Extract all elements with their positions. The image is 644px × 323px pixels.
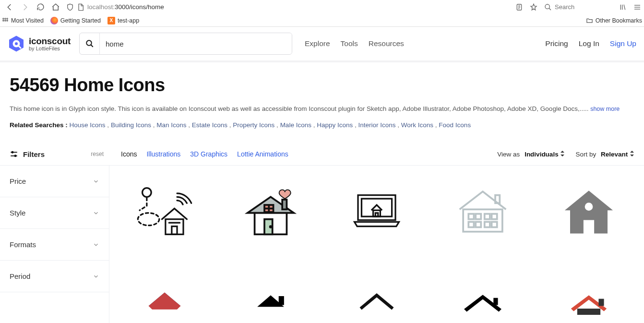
nav-tools[interactable]: Tools: [341, 39, 358, 48]
related-searches: Related Searches : House Icons , Buildin…: [10, 121, 634, 129]
back-button[interactable]: [3, 1, 16, 13]
bookmark-most-visited[interactable]: Most Visited: [2, 17, 44, 24]
tab-lottie[interactable]: Lottie Animations: [237, 150, 288, 158]
house-black-chimney-icon: [239, 274, 302, 323]
login-link[interactable]: Log In: [579, 39, 599, 48]
bookmark-getting-started[interactable]: Getting Started: [50, 17, 101, 24]
bookmark-test-app[interactable]: X test-app: [107, 17, 139, 24]
smart-home-person-icon: [133, 182, 196, 240]
icon-card[interactable]: [546, 180, 632, 242]
site-header: iconscout by LottieFiles Explore Tools R…: [0, 27, 644, 62]
view-as-select[interactable]: View as Individuals: [497, 151, 565, 158]
svg-point-22: [86, 40, 92, 46]
browser-toolbar: localhost:3000/icons/home: [0, 0, 644, 14]
nav-resources[interactable]: Resources: [369, 39, 404, 48]
svg-rect-53: [485, 222, 490, 227]
url-bar[interactable]: localhost:3000/icons/home: [66, 3, 164, 11]
svg-point-27: [15, 156, 16, 157]
bookmark-label: Most Visited: [11, 17, 44, 24]
filter-price[interactable]: Price: [0, 166, 109, 197]
icon-card[interactable]: [227, 271, 314, 323]
house-heart-icon: [239, 182, 302, 240]
sort-by-select[interactable]: Sort by Relevant: [575, 151, 634, 158]
related-link[interactable]: Man Icons: [156, 121, 186, 129]
icon-card[interactable]: [333, 271, 420, 323]
filter-style[interactable]: Style: [0, 197, 109, 229]
icon-card[interactable]: [333, 180, 420, 242]
home-button[interactable]: [49, 1, 62, 13]
sort-by-label: Sort by: [575, 151, 596, 158]
reload-button[interactable]: [34, 1, 47, 13]
related-link[interactable]: Building Icons: [111, 121, 151, 129]
pricing-link[interactable]: Pricing: [545, 39, 568, 48]
icon-card[interactable]: [121, 271, 208, 323]
house-red-roof-icon: [558, 274, 620, 323]
tab-3d[interactable]: 3D Graphics: [190, 150, 227, 158]
tab-illustrations[interactable]: Illustrations: [146, 150, 180, 158]
reset-link[interactable]: reset: [91, 151, 104, 157]
svg-rect-54: [492, 222, 497, 227]
related-link[interactable]: Interior Icons: [358, 121, 395, 129]
related-link[interactable]: Property Icons: [233, 121, 274, 129]
related-link[interactable]: Happy Icons: [317, 121, 353, 129]
icon-card[interactable]: [546, 271, 632, 323]
view-as-value: Individuals: [525, 151, 559, 158]
related-link[interactable]: House Icons: [70, 121, 106, 129]
related-link[interactable]: Work Icons: [401, 121, 433, 129]
menu-icon[interactable]: [633, 3, 641, 11]
filter-label: Period: [10, 272, 30, 280]
chevron-down-icon: [93, 210, 99, 216]
search-input[interactable]: [100, 33, 292, 54]
svg-point-55: [585, 203, 593, 211]
filter-label: Formats: [10, 240, 36, 249]
bookmark-label: test-app: [118, 17, 139, 24]
icon-grid: [109, 166, 644, 323]
bookmark-label: Other Bookmarks: [596, 17, 642, 24]
nav-explore[interactable]: Explore: [305, 39, 330, 48]
bookmarks-bar: Most Visited Getting Started X test-app …: [0, 14, 644, 27]
show-more-link[interactable]: show more: [590, 106, 620, 112]
svg-rect-52: [476, 222, 481, 227]
svg-point-26: [12, 152, 13, 153]
filters-toggle[interactable]: Filters: [10, 150, 45, 158]
svg-rect-49: [485, 214, 490, 219]
svg-rect-57: [493, 298, 498, 305]
bookmark-star-icon[interactable]: [530, 3, 537, 11]
icon-card[interactable]: [227, 180, 314, 242]
chevron-down-icon: [93, 178, 99, 185]
icon-card[interactable]: [440, 271, 526, 323]
browser-search-input[interactable]: [555, 3, 612, 11]
other-bookmarks[interactable]: Other Bookmarks: [586, 17, 642, 24]
svg-rect-34: [282, 200, 286, 209]
reader-icon[interactable]: [515, 3, 523, 11]
filter-formats[interactable]: Formats: [0, 229, 109, 261]
sort-caret-icon: [630, 151, 634, 156]
library-icon[interactable]: [619, 3, 627, 11]
signup-link[interactable]: Sign Up: [610, 39, 636, 48]
page-icon: [77, 3, 84, 11]
site-nav: Explore Tools Resources: [305, 39, 404, 48]
svg-rect-48: [476, 214, 481, 219]
related-link[interactable]: Estate Icons: [192, 121, 227, 129]
svg-point-16: [5, 20, 6, 21]
logo-icon: [8, 35, 25, 52]
search-submit[interactable]: [80, 33, 100, 54]
tab-icons[interactable]: Icons: [121, 150, 137, 158]
main-split: Price Style Formats Period: [0, 165, 644, 323]
related-link[interactable]: Male Icons: [280, 121, 311, 129]
controls-row: Filters reset Icons Illustrations 3D Gra…: [0, 150, 644, 158]
auth-links: Pricing Log In Sign Up: [545, 39, 636, 48]
sort-caret-icon: [560, 151, 565, 156]
filter-period[interactable]: Period: [0, 261, 109, 292]
icon-card[interactable]: [440, 180, 526, 242]
svg-rect-58: [599, 299, 604, 306]
logo[interactable]: iconscout by LottieFiles: [8, 35, 71, 52]
related-link[interactable]: Food Icons: [439, 121, 471, 129]
svg-rect-46: [463, 210, 502, 232]
browser-search[interactable]: [544, 3, 612, 11]
svg-point-40: [270, 226, 271, 227]
forward-button[interactable]: [18, 1, 32, 13]
svg-rect-31: [171, 227, 177, 235]
icon-card[interactable]: [121, 180, 208, 242]
xampp-icon: X: [107, 17, 115, 24]
